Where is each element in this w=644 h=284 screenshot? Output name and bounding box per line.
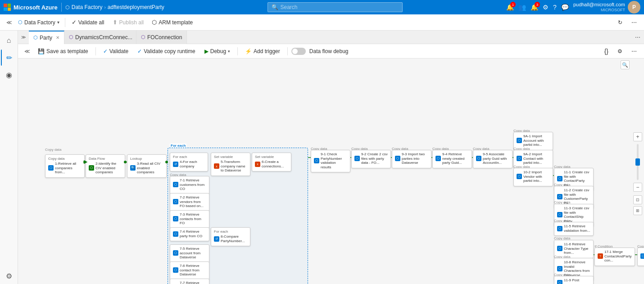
sidebar-item-manage[interactable]: ⚙ [1, 268, 17, 284]
tab-more-button[interactable]: ⋯ [631, 34, 644, 41]
node-17-1-name: 17-1 Merge ContactAndParty con... [604, 250, 632, 263]
node-1-header: ⬡ 1-Retrieve all companies from... [48, 162, 82, 175]
node-9-4-name: 9-4 Retrieve newly created party Guid... [442, 152, 469, 165]
search-box[interactable]: 🔍 [268, 2, 403, 12]
notifications-icon[interactable]: 🔔 1 [506, 4, 514, 11]
node-7-2-icon: ⬡ [173, 199, 178, 204]
second-toolbar: ≪ 💾 Save as template ✓ Validate ✓ Valida… [18, 44, 644, 59]
node-3[interactable]: Lookup 🔍 3-Read all CIV enabled companie… [127, 154, 167, 178]
node-7-7[interactable]: ⬡ 7-7 Retrieve vendors from Dataverse [170, 279, 209, 284]
sidebar-item-home[interactable]: ⌂ [1, 32, 17, 49]
settings-icon[interactable]: ⚙ [543, 4, 549, 11]
publish-all-button[interactable]: ⬆ Publish all [109, 17, 148, 27]
breadcrumb-chevron: › [104, 5, 105, 10]
node-10-2[interactable]: ⬡ 10-2 Import Vendor with partid into... [513, 168, 553, 186]
node-6[interactable]: Set variable x 6-Create a connections... [252, 153, 291, 171]
node-9-1-name: 9-1 Check PartyNumber validation results [321, 152, 347, 169]
zoom-fit-button[interactable]: ⊡ [633, 195, 642, 204]
data-factory-link[interactable]: ⬡ Data Factory [65, 4, 103, 10]
node-10-8-icon: ⬡ [557, 266, 562, 271]
second-toolbar-collapse[interactable]: ≪ [22, 46, 32, 57]
node-7-2[interactable]: ⬡ 7-2 Retrieve vendors from FO based on.… [170, 193, 209, 212]
toolbar-right: ↻ ⋯ [614, 18, 640, 27]
zoom-track[interactable] [637, 144, 639, 180]
node-11-3-icon: ⬡ [557, 212, 562, 217]
toolbar-dropdown-icon[interactable]: ▾ [57, 20, 59, 25]
alerts-icon[interactable]: 🔔 3 [531, 4, 538, 11]
canvas-more-btn[interactable]: ⋯ [628, 46, 640, 56]
save-as-template-button[interactable]: 💾 Save as template [34, 47, 92, 56]
code-btn[interactable]: {} [601, 46, 612, 56]
node-9a-2-icon: ⬡ [517, 156, 522, 161]
validate-copy-button[interactable]: ✓ Validate copy runtime [134, 47, 199, 56]
node-9-1[interactable]: ⬡ 9-1 Check PartyNumber validation resul… [311, 150, 350, 172]
node-4[interactable]: For each ↺ 4-For each company [170, 153, 208, 171]
canvas-search-btn[interactable]: 🔍 [621, 60, 630, 69]
node-2-name: 2-Identify the CIV enabled companies [95, 162, 122, 175]
node-1-icon: ⬡ [48, 165, 54, 171]
debug-button[interactable]: ▶ Debug ▾ [201, 47, 234, 56]
node-9-5-icon: ⬡ [476, 156, 481, 161]
sidebar-item-monitor[interactable]: ◉ [1, 67, 17, 83]
node-8[interactable]: For each ↺ 8-Compare PartyNumber... [211, 227, 250, 246]
data-factory-toolbar-label: ⬡ Data Factory ▾ [15, 19, 62, 26]
tab-party[interactable]: ⬡ Party ✕ [29, 31, 64, 44]
node-11-4[interactable]: ⬡ 11-5 Retrieve validation from... [554, 222, 594, 236]
sidebar-collapse-btn[interactable]: ≪ [4, 17, 14, 28]
toolbar-more-icon: ⋯ [631, 19, 637, 26]
left-sidebar: ⌂ ✏ ◉ ⚙ [0, 31, 18, 284]
toolbar-more-button[interactable]: ⋯ [628, 18, 640, 27]
node-9-2[interactable]: ⬡ 9-2 Create 2 csv files with party data… [351, 150, 391, 168]
node-10-2-header: ⬡ 10-2 Import Vendor with partid into... [517, 170, 550, 183]
dataflow-debug-toggle[interactable] [291, 48, 306, 55]
search-input[interactable] [280, 4, 399, 10]
validate-all-button[interactable]: ✓ Validate all [68, 17, 108, 27]
zoom-out-button[interactable]: − [633, 183, 642, 192]
tab-fo[interactable]: ⬡ FOConnection [136, 31, 187, 44]
tab-fo-label: FOConnection [147, 34, 182, 41]
parameters-btn[interactable]: ⚙ [614, 46, 626, 56]
user-profile[interactable]: pudhall@microsoft.com MICROSOFT P [573, 1, 640, 14]
node-1-name: 1-Retrieve all companies from... [55, 162, 82, 175]
tab-dynamics-icon: ⬡ [69, 34, 73, 40]
help-icon[interactable]: ? [553, 4, 557, 11]
tab-party-close[interactable]: ✕ [56, 35, 59, 40]
node-17-1[interactable]: ? 17-1 Merge ContactAndParty con... [594, 248, 635, 266]
node-11-5-icon: ⬡ [557, 246, 562, 251]
add-trigger-button[interactable]: ⚡ Add trigger [241, 47, 284, 56]
node-9-3-icon: ⬡ [395, 156, 400, 161]
debug-dropdown-icon[interactable]: ▾ [228, 49, 230, 54]
node-2[interactable]: Data Flow ⬡ 2-Identify the CIV enabled c… [86, 154, 125, 178]
brand-label: Microsoft Azure [14, 4, 58, 11]
node-9-3[interactable]: ⬡ 9-3 Import two parties into Dataverse [392, 150, 431, 168]
feedback-icon[interactable]: 💬 [561, 4, 569, 11]
tab-dynamics[interactable]: ⬡ DynamicsCrmConnec... [64, 31, 136, 44]
ms-azure-logo[interactable]: Microsoft Azure [4, 4, 58, 11]
node-7-3[interactable]: ⬡ 7-3 Retrieve contacts from FO [170, 210, 209, 229]
ms-logo-icon [4, 4, 11, 11]
arm-template-button[interactable]: ⬡ ARM template [148, 17, 196, 27]
node-7-4[interactable]: ⬡ 7-4 Retrieve party from CO [170, 227, 209, 241]
node-7-2-header: ⬡ 7-2 Retrieve vendors from FO based on.… [173, 195, 206, 208]
zoom-reset-button[interactable]: ⊞ [633, 206, 642, 215]
zoom-in-button[interactable]: + [633, 132, 642, 141]
node-11-9-name: 11-9 Post once... [564, 278, 590, 284]
sidebar-item-author[interactable]: ✏ [1, 50, 17, 66]
node-7-3-name: 7-3 Retrieve contacts from FO [180, 212, 206, 225]
dataflow-debug-label: Data flow debug [309, 48, 349, 54]
validate-icon: ✓ [103, 48, 108, 54]
node-11-9[interactable]: ⬡ 11-9 Post once... [554, 276, 594, 284]
node-7-5[interactable]: ⬡ 7-5 Retrieve account from Dataverse [170, 244, 209, 263]
refresh-button[interactable]: ↻ [614, 18, 626, 27]
node-9-5[interactable]: ⬡ 9-5 Associate party Guid with AccountI… [473, 150, 512, 168]
validate-button[interactable]: ✓ Validate [100, 47, 132, 56]
directory-icon[interactable]: 👥 [518, 4, 526, 11]
node-7-6[interactable]: ⬡ 7-6 Retrieve contact from Dataverse [170, 261, 209, 280]
node-9-4[interactable]: ⬡ 9-4 Retrieve newly created party Guid.… [432, 150, 472, 168]
node-3-type: Lookup [130, 157, 163, 161]
node-7-1[interactable]: ⬡ 7-1 Retrieve customers from CO [170, 176, 209, 194]
node-5[interactable]: Set variable x 5-Transform company name … [211, 153, 250, 176]
tab-collapse-btn[interactable]: ≫ [18, 31, 29, 44]
validate-all-label: Validate all [78, 19, 104, 26]
node-1[interactable]: Copy data ⬡ 1-Retrieve all companies fro… [45, 154, 85, 178]
